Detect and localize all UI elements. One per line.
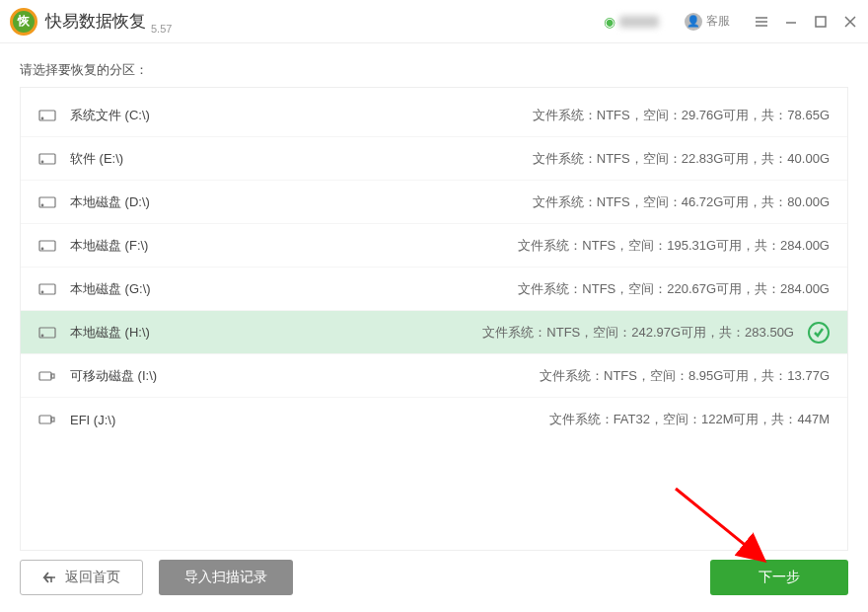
svg-point-6 xyxy=(41,204,43,206)
partition-row[interactable]: 本地磁盘 (H:\)文件系统：NTFS，空间：242.97G可用，共：283.5… xyxy=(21,311,847,354)
drive-info: 文件系统：NTFS，空间：242.97G可用，共：283.50G xyxy=(482,324,794,342)
minimize-icon xyxy=(784,15,798,29)
partition-row[interactable]: 软件 (E:\)文件系统：NTFS，空间：22.83G可用，共：40.00G xyxy=(21,137,847,181)
drive-icon xyxy=(38,326,56,340)
next-step-button[interactable]: 下一步 xyxy=(710,560,848,595)
drive-info: 文件系统：NTFS，空间：22.83G可用，共：40.00G xyxy=(533,150,830,168)
partition-row[interactable]: 本地磁盘 (G:\)文件系统：NTFS，空间：220.67G可用，共：284.0… xyxy=(21,268,847,311)
drive-name: EFI (J:\) xyxy=(70,413,188,427)
import-scan-button[interactable]: 导入扫描记录 xyxy=(159,560,293,595)
menu-button[interactable] xyxy=(754,14,769,30)
drive-info: 文件系统：NTFS，空间：46.72G可用，共：80.00G xyxy=(533,193,830,211)
drive-info: 文件系统：NTFS，空间：8.95G可用，共：13.77G xyxy=(540,367,830,385)
user-account-badge[interactable]: ◉ xyxy=(596,12,667,32)
drive-icon xyxy=(38,195,56,209)
back-home-label: 返回首页 xyxy=(65,569,120,586)
avatar-icon: 👤 xyxy=(685,13,702,31)
partition-list: 系统文件 (C:\)文件系统：NTFS，空间：29.76G可用，共：78.65G… xyxy=(20,87,848,551)
partition-row[interactable]: EFI (J:\)文件系统：FAT32，空间：122M可用，共：447M xyxy=(21,398,847,441)
back-home-button[interactable]: 返回首页 xyxy=(20,560,143,595)
content-area: 请选择要恢复的分区： 系统文件 (C:\)文件系统：NTFS，空间：29.76G… xyxy=(0,43,868,551)
drive-icon xyxy=(38,282,56,296)
drive-icon xyxy=(38,109,56,122)
close-button[interactable] xyxy=(842,14,858,30)
svg-rect-14 xyxy=(51,374,54,378)
drive-info: 文件系统：NTFS，空间：29.76G可用，共：78.65G xyxy=(533,107,830,124)
drive-name: 本地磁盘 (F:\) xyxy=(70,237,188,255)
svg-point-4 xyxy=(41,161,43,163)
select-partition-prompt: 请选择要恢复的分区： xyxy=(20,61,848,79)
next-step-label: 下一步 xyxy=(759,569,800,586)
selected-check-icon xyxy=(808,322,830,344)
maximize-icon xyxy=(814,15,828,29)
drive-info: 文件系统：NTFS，空间：195.31G可用，共：284.00G xyxy=(518,237,830,255)
support-button[interactable]: 👤 客服 xyxy=(677,11,738,33)
drive-icon xyxy=(38,369,56,383)
svg-rect-0 xyxy=(816,17,826,27)
drive-name: 本地磁盘 (G:\) xyxy=(70,280,188,298)
support-label: 客服 xyxy=(706,13,730,30)
drive-icon xyxy=(38,152,56,166)
svg-rect-15 xyxy=(39,416,51,423)
title-bar: 恢 快易数据恢复 5.57 ◉ 👤 客服 xyxy=(0,0,868,43)
partition-row[interactable]: 系统文件 (C:\)文件系统：NTFS，空间：29.76G可用，共：78.65G xyxy=(21,94,847,137)
partition-row[interactable]: 可移动磁盘 (I:\)文件系统：NTFS，空间：8.95G可用，共：13.77G xyxy=(21,354,847,398)
partition-row[interactable]: 本地磁盘 (D:\)文件系统：NTFS，空间：46.72G可用，共：80.00G xyxy=(21,181,847,224)
svg-rect-16 xyxy=(51,418,54,421)
footer-bar: 返回首页 导入扫描记录 下一步 xyxy=(0,553,868,612)
svg-point-12 xyxy=(41,335,43,337)
minimize-button[interactable] xyxy=(783,14,799,30)
partition-row[interactable]: 本地磁盘 (F:\)文件系统：NTFS，空间：195.31G可用，共：284.0… xyxy=(21,224,847,268)
import-scan-label: 导入扫描记录 xyxy=(184,569,267,586)
back-arrow-icon xyxy=(42,571,57,585)
app-title: 快易数据恢复 xyxy=(45,10,146,33)
drive-info: 文件系统：NTFS，空间：220.67G可用，共：284.00G xyxy=(518,280,830,298)
drive-name: 系统文件 (C:\) xyxy=(70,107,188,124)
svg-rect-13 xyxy=(39,372,51,380)
maximize-button[interactable] xyxy=(813,14,829,30)
drive-name: 本地磁盘 (H:\) xyxy=(70,324,188,342)
drive-name: 本地磁盘 (D:\) xyxy=(70,193,188,211)
drive-info: 文件系统：FAT32，空间：122M可用，共：447M xyxy=(549,411,830,428)
drive-name: 软件 (E:\) xyxy=(70,150,188,168)
drive-icon xyxy=(38,239,56,253)
status-dot-icon: ◉ xyxy=(604,14,615,30)
drive-name: 可移动磁盘 (I:\) xyxy=(70,367,188,385)
svg-point-10 xyxy=(41,291,43,293)
username-blurred xyxy=(619,16,659,28)
hamburger-icon xyxy=(755,15,768,29)
svg-point-8 xyxy=(41,248,43,250)
drive-icon xyxy=(38,413,56,426)
app-version: 5.57 xyxy=(151,23,172,35)
close-icon xyxy=(843,15,857,29)
svg-point-2 xyxy=(41,117,43,119)
app-logo-icon: 恢 xyxy=(10,8,37,36)
